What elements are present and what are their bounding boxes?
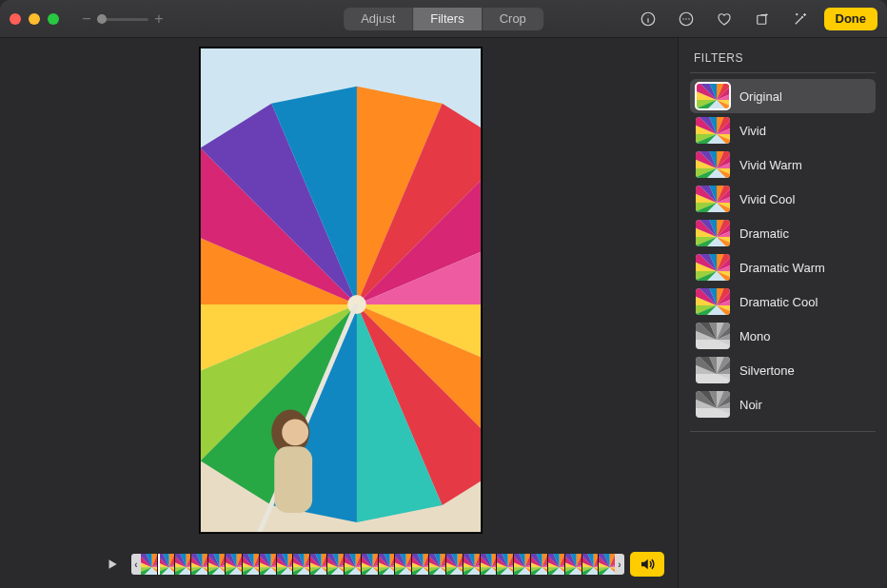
svg-rect-13 <box>274 446 312 513</box>
filters-sidebar: FILTERS Original <box>678 38 887 588</box>
timeline-frame <box>513 554 530 575</box>
filter-item-noir[interactable]: Noir <box>690 387 876 421</box>
svg-point-6 <box>688 18 690 20</box>
minimize-window-button[interactable] <box>29 13 40 25</box>
filter-thumbnail <box>696 186 730 212</box>
filter-thumbnail <box>696 391 730 418</box>
timeline-frame <box>378 554 395 575</box>
toolbar-right: Done <box>634 7 878 31</box>
timeline-frame <box>141 554 157 575</box>
playhead[interactable] <box>158 554 160 575</box>
timeline-frame <box>411 554 428 575</box>
timeline-frame <box>259 554 276 575</box>
timeline-frame <box>242 554 259 575</box>
filter-item-vivid[interactable]: Vivid <box>690 113 876 147</box>
timeline-frame <box>344 554 361 575</box>
svg-rect-7 <box>757 15 765 24</box>
filter-item-silvertone[interactable]: Silvertone <box>690 353 876 387</box>
filter-thumbnail <box>696 288 730 315</box>
more-icon[interactable] <box>672 7 700 31</box>
filter-item-vivid-cool[interactable]: Vivid Cool <box>690 182 876 216</box>
filter-label: Dramatic <box>739 226 789 241</box>
video-timeline: ‹ › <box>99 550 664 578</box>
filter-label: Silvertone <box>739 363 795 378</box>
filter-label: Dramatic Warm <box>739 261 825 275</box>
filter-label: Noir <box>739 398 762 412</box>
zoom-control: − + <box>80 10 166 28</box>
titlebar: − + Adjust Filters Crop <box>0 0 887 38</box>
filter-label: Dramatic Cool <box>739 295 818 309</box>
filter-item-dramatic-warm[interactable]: Dramatic Warm <box>690 250 876 284</box>
filter-list: Original Vivid <box>690 79 876 421</box>
svg-point-2 <box>647 15 648 16</box>
filter-item-dramatic[interactable]: Dramatic <box>690 216 876 250</box>
zoom-window-button[interactable] <box>48 13 59 25</box>
window-traffic-lights <box>10 13 59 25</box>
timeline-frame <box>480 554 497 575</box>
filter-thumbnail <box>696 254 730 281</box>
sidebar-title: FILTERS <box>694 51 876 65</box>
timeline-frame <box>564 554 581 575</box>
photo-preview[interactable] <box>200 48 482 533</box>
zoom-slider[interactable] <box>97 12 148 26</box>
tab-adjust[interactable]: Adjust <box>344 8 412 30</box>
svg-point-5 <box>685 18 687 20</box>
tab-crop[interactable]: Crop <box>482 8 543 30</box>
timeline-frame <box>598 554 615 575</box>
divider <box>690 431 876 432</box>
timeline-frame <box>428 554 445 575</box>
filter-label: Vivid Warm <box>739 158 802 172</box>
tab-filters[interactable]: Filters <box>412 8 481 30</box>
timeline-frame <box>225 554 242 575</box>
timeline-frame <box>530 554 547 575</box>
canvas-area: ‹ › <box>0 38 678 588</box>
filter-label: Vivid Cool <box>739 192 795 206</box>
trim-handle-left[interactable]: ‹ <box>131 554 141 575</box>
timeline-frame <box>361 554 378 575</box>
timeline-frame <box>547 554 564 575</box>
timeline-frame <box>581 554 599 575</box>
clip-trimmer[interactable]: ‹ › <box>131 554 624 575</box>
timeline-frame <box>445 554 463 575</box>
filter-thumbnail <box>696 220 730 246</box>
rotate-icon[interactable] <box>748 7 777 31</box>
filter-label: Mono <box>739 329 771 343</box>
filter-thumbnail <box>696 323 730 349</box>
zoom-out-icon[interactable]: − <box>80 10 93 28</box>
content-area: ‹ › FILTERS <box>0 38 887 588</box>
trim-handle-right[interactable]: › <box>615 554 624 575</box>
svg-point-14 <box>282 419 308 445</box>
filter-thumbnail <box>696 151 730 178</box>
favorite-icon[interactable] <box>710 7 739 31</box>
timeline-frame <box>174 554 191 575</box>
zoom-in-icon[interactable]: + <box>152 10 166 28</box>
divider <box>690 72 876 73</box>
timeline-frame <box>292 554 309 575</box>
timeline-frame <box>190 554 207 575</box>
timeline-frame <box>326 554 344 575</box>
volume-button[interactable] <box>630 552 664 577</box>
edit-mode-segmented-control: Adjust Filters Crop <box>344 8 543 30</box>
filter-item-original[interactable]: Original <box>690 79 876 113</box>
close-window-button[interactable] <box>10 13 21 25</box>
svg-point-4 <box>682 18 684 20</box>
filter-thumbnail <box>696 83 730 109</box>
timeline-frame <box>394 554 411 575</box>
timeline-frame <box>276 554 293 575</box>
done-button[interactable]: Done <box>824 8 878 30</box>
filter-thumbnail <box>696 357 730 383</box>
timeline-frame <box>496 554 513 575</box>
auto-enhance-icon[interactable] <box>786 7 815 31</box>
filter-label: Vivid <box>739 124 766 138</box>
play-button[interactable] <box>99 553 126 576</box>
timeline-frame <box>207 554 225 575</box>
filter-label: Original <box>739 89 782 104</box>
filter-item-vivid-warm[interactable]: Vivid Warm <box>690 147 876 182</box>
timeline-frame <box>463 554 480 575</box>
info-icon[interactable] <box>634 7 662 31</box>
filter-item-mono[interactable]: Mono <box>690 319 876 353</box>
timeline-frame <box>309 554 326 575</box>
filter-item-dramatic-cool[interactable]: Dramatic Cool <box>690 284 876 319</box>
clip-frames <box>141 554 615 575</box>
photos-edit-window: − + Adjust Filters Crop <box>0 0 887 588</box>
